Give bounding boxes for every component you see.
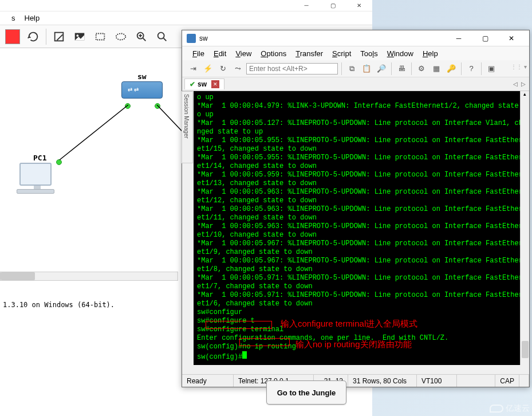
crt-title: sw [199, 34, 446, 42]
terminal-line: *Mar 1 00:00:05.963: %LINEPROTO-5-UPDOWN… [197, 188, 518, 197]
status-ready: Ready [182, 375, 234, 387]
paste-icon[interactable]: 📋 [360, 62, 373, 75]
crt-maximize-button[interactable]: ▢ [472, 31, 498, 46]
pc-device[interactable] [19, 163, 54, 194]
terminal-line: et1/12, changed state to down [197, 197, 518, 205]
terminal-line: et1/14, changed state to down [197, 162, 518, 171]
menu-options[interactable]: Options [257, 48, 290, 59]
reload-button[interactable] [25, 29, 41, 45]
print-icon[interactable]: 🖶 [395, 62, 408, 75]
terminal-line: *Mar 1 00:00:05.967: %LINEPROTO-5-UPDOWN… [197, 257, 518, 265]
host-input[interactable] [246, 63, 338, 74]
quick-connect-icon[interactable]: ⚡ [202, 62, 214, 75]
toolbar-separator [481, 62, 482, 75]
toolbar-separator [411, 62, 412, 75]
tab-sw[interactable]: ✔ sw ✕ [184, 79, 224, 89]
zoom-in-button[interactable] [133, 29, 149, 45]
menu-window[interactable]: Window [384, 48, 417, 59]
maximize-button[interactable]: ▢ [320, 0, 346, 11]
menu-help-crt[interactable]: Help [419, 48, 442, 59]
menu-transfer[interactable]: Transfer [292, 48, 326, 59]
tab-close-button[interactable]: ✕ [211, 80, 219, 88]
main-titlebar: ─ ▢ ✕ [0, 0, 372, 11]
terminal-scrollbar[interactable]: ▴ [520, 91, 529, 365]
terminal-line: *Mar 1 00:00:05.127: %LINEPROTO-5-UPDOWN… [197, 119, 518, 128]
pc-label: PC1 [33, 154, 46, 162]
crt-toolbar: ⇥ ⚡ ↻ ⤳ ⧉ 📋 🔎 🖶 ⚙ ▦ 🔑 ? ▣ ⋮⋮ ▾ [182, 60, 529, 77]
menu-tools[interactable]: Tools [357, 48, 381, 59]
note-button[interactable] [51, 29, 67, 45]
terminal-line: et1/13, changed state to down [197, 179, 518, 188]
crt-tab-bar: ✔ sw ✕ ◁ ▷ [182, 77, 529, 91]
link-line [57, 105, 131, 162]
session-manager-tab[interactable]: Session Manager [182, 91, 193, 163]
main-menubar: s Help [0, 11, 372, 25]
disconnect-icon[interactable]: ⤳ [231, 62, 244, 75]
terminal-line: et1/6, changed state to down [197, 300, 518, 308]
canvas-scrollbar[interactable] [0, 272, 178, 281]
svg-line-7 [60, 105, 128, 160]
menu-view[interactable]: View [232, 48, 255, 59]
find-icon[interactable]: 🔎 [375, 62, 388, 75]
watermark: 亿速云 [490, 403, 530, 414]
annotation-text: 输入configure terminal进入全局模式 [281, 319, 417, 328]
go-to-jungle-button[interactable]: Go to the Jungle [266, 380, 346, 405]
terminal-line: o up [197, 111, 518, 119]
switch-label: sw [137, 72, 147, 81]
terminal-line: *Mar 1 00:00:05.963: %LINEPROTO-5-UPDOWN… [197, 222, 518, 231]
tab-label: sw [198, 80, 207, 88]
minimize-button[interactable]: ─ [293, 0, 320, 11]
crt-titlebar[interactable]: sw ─ ▢ ✕ [182, 30, 529, 46]
settings-icon[interactable]: ⚙ [415, 62, 428, 75]
image-button[interactable] [72, 29, 88, 45]
securecrt-window: sw ─ ▢ ✕ File Edit View Options Transfer… [182, 30, 530, 387]
annotation-box [239, 338, 290, 346]
menu-edit[interactable]: Edit [210, 48, 230, 59]
connect-icon[interactable]: ⇥ [187, 62, 199, 75]
terminal-line: *Mar 1 00:00:05.955: %LINEPROTO-5-UPDOWN… [197, 154, 518, 162]
terminal-line: et1/11, changed state to down [197, 214, 518, 222]
copy-icon[interactable]: ⧉ [345, 62, 358, 75]
crt-app-icon [187, 34, 196, 43]
tab-prev-button[interactable]: ◁ [513, 81, 518, 87]
reconnect-icon[interactable]: ↻ [216, 62, 229, 75]
annotation-box [206, 321, 272, 329]
toolbar-separator [391, 62, 392, 75]
menu-file[interactable]: File [189, 48, 208, 59]
terminal-output[interactable]: o up*Mar 1 00:00:04.979: %LINK-3-UPDOWN:… [194, 91, 521, 365]
terminal-cursor [242, 351, 247, 359]
key-icon[interactable]: 🔑 [445, 62, 458, 75]
switch-device[interactable]: ⇄ ⇄ [121, 81, 163, 102]
toolbar-app-icon[interactable]: ▣ [485, 62, 498, 75]
session-options-icon[interactable]: ▦ [430, 62, 443, 75]
status-emulation: VT100 [417, 375, 457, 387]
help-icon[interactable]: ? [465, 62, 478, 75]
terminal-line: et1/7, changed state to down [197, 282, 518, 291]
menu-s[interactable]: s [9, 13, 18, 23]
ellipse-button[interactable] [113, 29, 129, 45]
tab-connected-icon: ✔ [190, 80, 195, 88]
terminal-line: et1/9, changed state to down [197, 248, 518, 257]
terminal-line: et1/15, changed state to down [197, 145, 518, 154]
rect-button[interactable] [92, 29, 108, 45]
scroll-thumb[interactable] [522, 341, 529, 358]
status-text: 1.3.10 on Windows (64-bit). [3, 301, 115, 309]
terminal-line: et1/8, changed state to down [197, 265, 518, 274]
watermark-logo-icon [490, 405, 503, 413]
menu-script[interactable]: Script [329, 48, 354, 59]
terminal-line: o up [197, 93, 518, 102]
crt-close-button[interactable]: ✕ [498, 31, 525, 46]
svg-rect-3 [96, 33, 105, 40]
terminal-line: et1/10, changed state to down [197, 231, 518, 240]
scroll-up-button[interactable]: ▴ [521, 91, 529, 99]
tab-next-button[interactable]: ▷ [521, 81, 526, 87]
svg-point-6 [158, 32, 164, 38]
svg-rect-0 [55, 32, 64, 41]
zoom-out-button[interactable] [154, 29, 170, 45]
menu-help[interactable]: Help [22, 13, 42, 23]
terminal-line: sw(config)# [197, 351, 518, 362]
crt-statusbar: Ready Telnet: 127.0.0.1 31, 12 31 Rows, … [182, 374, 529, 387]
close-button[interactable]: ✕ [346, 0, 372, 11]
stop-button[interactable] [5, 29, 21, 45]
crt-minimize-button[interactable]: ─ [446, 31, 472, 46]
